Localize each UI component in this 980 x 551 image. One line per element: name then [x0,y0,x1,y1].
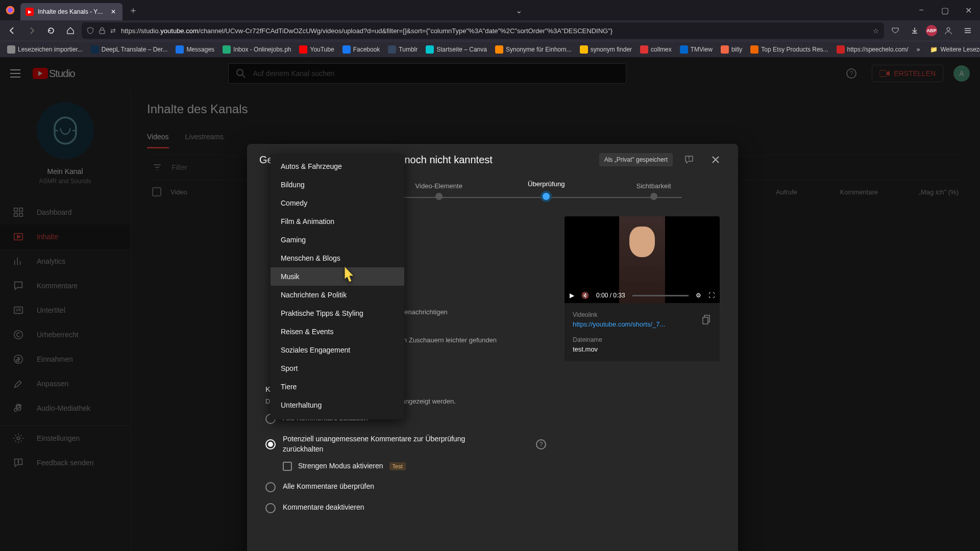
app-menu-icon[interactable] [960,22,976,39]
bookmark-favicon [299,45,307,54]
bookmarks-more[interactable]: 📁Weitere Lesezeichen [927,44,980,55]
bookmark-favicon [223,45,231,54]
window-minimize[interactable]: − [910,0,933,20]
category-option[interactable]: Soziales Engagement [271,341,404,359]
svg-point-1 [8,8,13,13]
window-maximize[interactable]: ▢ [933,0,957,20]
close-icon[interactable] [705,149,726,170]
bookmark-item[interactable]: YouTube [296,43,337,56]
bookmark-item[interactable]: bitly [718,43,745,56]
nav-reload[interactable] [43,22,59,39]
bookmark-item[interactable]: Lesezeichen importier... [4,43,86,56]
step-checks[interactable]: Überprüfung [493,180,600,202]
bookmark-item[interactable]: Messages [173,43,217,56]
bookmark-favicon [750,45,758,54]
tab-title: Inhalte des Kanals - YouTube S [38,8,105,15]
bookmark-favicon [495,45,503,54]
bookmark-item[interactable]: collmex [637,43,675,56]
bookmark-favicon [680,45,688,54]
help-icon[interactable]: ? [536,439,546,449]
tab-list-button[interactable]: ⌄ [516,6,522,15]
category-option[interactable]: Bildung [271,176,404,194]
copy-link-icon[interactable] [702,315,712,325]
category-option[interactable]: Unterhaltung [271,396,404,414]
bookmark-favicon [721,45,729,54]
test-badge: Test [389,462,406,470]
category-option[interactable]: Sport [271,359,404,378]
feedback-icon[interactable]: ! [679,149,699,170]
abp-extension-icon[interactable]: ABP [926,25,937,36]
bookmark-item[interactable]: DeepL Translate – Der... [88,43,171,56]
bookmark-item[interactable]: Synonyme für Einhorn... [492,43,575,56]
nav-home[interactable] [62,22,79,39]
browser-tab[interactable]: ▶ Inhalte des Kanals - YouTube S ✕ [20,3,122,20]
radio-icon [265,503,276,513]
bookmark-item[interactable]: https://speechelo.com/ [834,43,912,56]
bookmark-item[interactable]: TMView [677,43,716,56]
bookmark-star-icon[interactable]: ☆ [873,27,879,35]
category-option[interactable]: Autos & Fahrzeuge [271,157,404,176]
bookmark-favicon [176,45,184,54]
category-option[interactable]: Menschen & Blogs [271,249,404,267]
permissions-icon[interactable]: ⇄ [110,27,116,35]
firefox-icon [5,5,15,15]
comment-option-hold[interactable]: Potenziell unangemessene Kommentare zur … [265,434,546,454]
window-close[interactable]: ✕ [957,0,980,20]
nav-back[interactable] [4,22,20,39]
checkbox-icon [283,462,292,471]
bookmark-label: synonym finder [591,46,632,53]
bookmark-label: Lesezeichen importier... [18,46,83,53]
comment-options: Alle Kommentare zulassen Potenziell unan… [265,413,546,513]
video-thumbnail[interactable]: ▶ 🔇 0:00 / 0:33 ⚙ ⛶ [565,216,720,303]
bookmark-label: https://speechelo.com/ [847,46,909,53]
bookmark-item[interactable]: synonym finder [577,43,635,56]
bookmarks-overflow[interactable]: » [914,44,923,55]
bookmark-label: Facebook [353,46,380,53]
category-option[interactable]: Tiere [271,378,404,396]
bookmark-item[interactable]: Startseite – Canva [423,43,490,56]
comment-option-review[interactable]: Alle Kommentare überprüfen [265,482,546,492]
tab-close-icon[interactable]: ✕ [109,8,117,16]
video-preview: ▶ 🔇 0:00 / 0:33 ⚙ ⛶ Videolink htt [565,216,720,361]
comment-option-disable[interactable]: Kommentare deaktivieren [265,503,546,513]
category-option[interactable]: Praktische Tipps & Styling [271,304,404,322]
bookmark-favicon [388,45,396,54]
url-text: https://studio.youtube.com/channel/UCvw-… [121,27,868,35]
bookmark-label: Synonyme für Einhorn... [506,46,572,53]
bookmark-label: Messages [186,46,214,53]
category-option[interactable]: Nachrichten & Politik [271,286,404,304]
firefox-navbar: ⇄ https://studio.youtube.com/channel/UCv… [0,20,980,41]
strict-mode-row[interactable]: Strengen Modus aktivieren Test [283,461,546,471]
bookmark-item[interactable]: Inbox - Onlinejobs.ph [219,43,294,56]
category-option[interactable]: Gaming [271,231,404,249]
fullscreen-icon[interactable]: ⛶ [708,292,715,299]
category-option[interactable]: Film & Animation [271,212,404,231]
step-visibility[interactable]: Sichtbarkeit [600,182,708,200]
bookmark-label: bitly [731,46,742,53]
settings-icon[interactable]: ⚙ [696,292,701,299]
filename: test.mov [573,345,712,353]
category-option[interactable]: Musik [271,267,404,286]
category-option[interactable]: Reisen & Events [271,322,404,341]
mute-icon[interactable]: 🔇 [581,292,589,299]
videolink[interactable]: https://youtube.com/shorts/_7... [573,320,665,328]
category-option[interactable]: Comedy [271,194,404,212]
progress-bar[interactable] [632,295,689,296]
bookmark-label: Tumblr [399,46,418,53]
pocket-icon[interactable] [887,22,903,39]
downloads-icon[interactable] [906,22,923,39]
bookmark-item[interactable]: Tumblr [385,43,421,56]
bookmark-item[interactable]: Top Etsy Products Res... [747,43,831,56]
account-icon[interactable] [940,22,957,39]
svg-rect-2 [100,30,105,34]
new-tab-button[interactable]: ＋ [129,4,138,16]
svg-text:!: ! [689,156,690,161]
bookmark-item[interactable]: Facebook [339,43,383,56]
bookmark-favicon [426,45,434,54]
play-icon[interactable]: ▶ [570,292,574,299]
category-option[interactable]: Wissenschaft & Technik [271,414,404,419]
url-bar[interactable]: ⇄ https://studio.youtube.com/channel/UCv… [82,22,884,39]
bookmark-favicon [7,45,15,54]
tab-favicon: ▶ [26,8,34,16]
radio-icon [265,439,276,449]
